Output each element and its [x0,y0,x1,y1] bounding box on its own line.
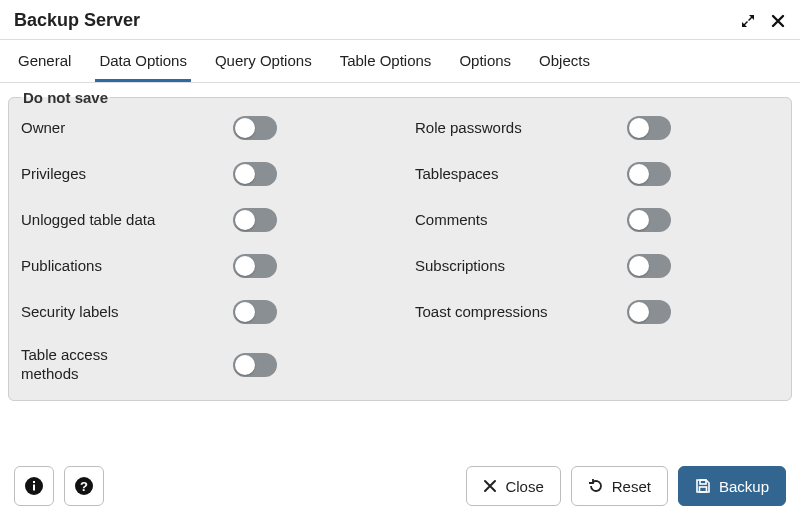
tab-data-options[interactable]: Data Options [95,40,191,82]
toggle-role-passwords[interactable] [627,116,671,140]
label-subscriptions: Subscriptions [415,257,505,276]
tab-query-options[interactable]: Query Options [211,40,316,82]
field-owner: Owner [21,116,385,140]
label-tablespaces: Tablespaces [415,165,498,184]
toggle-subscriptions[interactable] [627,254,671,278]
toggle-comments[interactable] [627,208,671,232]
svg-rect-6 [699,487,706,492]
field-table-access-methods: Table access methods [21,346,385,384]
toggle-owner[interactable] [233,116,277,140]
svg-rect-2 [33,481,35,483]
label-publications: Publications [21,257,102,276]
svg-text:?: ? [80,479,88,494]
help-icon: ? [74,476,94,496]
label-privileges: Privileges [21,165,86,184]
label-owner: Owner [21,119,65,138]
help-button[interactable]: ? [64,466,104,506]
reset-button[interactable]: Reset [571,466,668,506]
field-privileges: Privileges [21,162,385,186]
tab-general[interactable]: General [14,40,75,82]
dialog-footer: ? Close Reset Backup [0,454,800,518]
label-comments: Comments [415,211,488,230]
field-role-passwords: Role passwords [415,116,779,140]
svg-rect-1 [33,485,35,491]
tab-objects[interactable]: Objects [535,40,594,82]
tab-table-options[interactable]: Table Options [336,40,436,82]
dialog-title: Backup Server [14,10,140,31]
field-comments: Comments [415,208,779,232]
options-grid: Owner Role passwords Privileges Tablespa… [21,116,779,384]
toggle-tablespaces[interactable] [627,162,671,186]
close-icon[interactable] [770,13,786,29]
close-label: Close [505,478,543,495]
svg-rect-5 [700,480,706,484]
label-security-labels: Security labels [21,303,119,322]
field-toast-compressions: Toast compressions [415,300,779,324]
toggle-table-access-methods[interactable] [233,353,277,377]
expand-icon[interactable] [740,13,756,29]
toggle-unlogged-table-data[interactable] [233,208,277,232]
field-publications: Publications [21,254,385,278]
backup-button[interactable]: Backup [678,466,786,506]
backup-label: Backup [719,478,769,495]
content-scroll[interactable]: Do not save Owner Role passwords Privile… [0,83,800,453]
field-tablespaces: Tablespaces [415,162,779,186]
info-button[interactable] [14,466,54,506]
reset-icon [588,478,604,494]
tabs: General Data Options Query Options Table… [0,40,800,83]
label-table-access-methods: Table access methods [21,346,156,384]
toggle-privileges[interactable] [233,162,277,186]
field-security-labels: Security labels [21,300,385,324]
toggle-toast-compressions[interactable] [627,300,671,324]
toggle-publications[interactable] [233,254,277,278]
toggle-security-labels[interactable] [233,300,277,324]
do-not-save-section: Do not save Owner Role passwords Privile… [8,89,792,401]
section-legend: Do not save [21,89,110,106]
save-icon [695,478,711,494]
title-actions [740,13,786,29]
field-unlogged-table-data: Unlogged table data [21,208,385,232]
label-unlogged-table-data: Unlogged table data [21,211,155,230]
reset-label: Reset [612,478,651,495]
field-subscriptions: Subscriptions [415,254,779,278]
close-button[interactable]: Close [466,466,560,506]
x-icon [483,479,497,493]
label-role-passwords: Role passwords [415,119,522,138]
info-icon [24,476,44,496]
tab-options[interactable]: Options [455,40,515,82]
title-bar: Backup Server [0,0,800,40]
label-toast-compressions: Toast compressions [415,303,548,322]
